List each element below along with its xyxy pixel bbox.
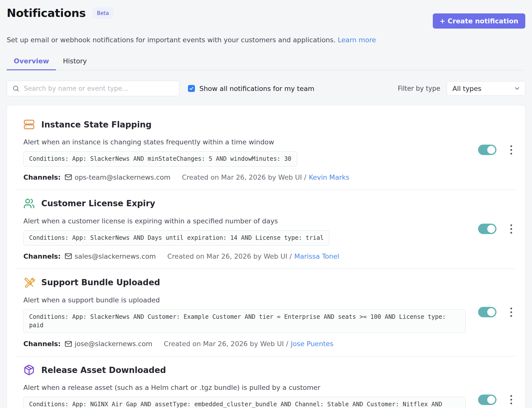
beta-badge: Beta <box>93 7 113 19</box>
notification-description: Alert when a release asset (such as a He… <box>23 384 466 391</box>
chevron-down-icon <box>514 85 521 92</box>
mail-icon <box>65 252 72 260</box>
row-main: Release Asset Downloaded Alert when a re… <box>23 364 466 408</box>
page-title: Notifications <box>7 6 86 20</box>
channels-line: Channels: ops-team@slackernews.com Creat… <box>23 173 466 181</box>
package-icon <box>23 364 35 376</box>
row-controls <box>478 144 515 156</box>
search-icon <box>12 85 20 92</box>
row-main: Instance State Flapping Alert when an in… <box>23 119 466 181</box>
conditions-chip: Conditions: App: SlackerNews AND minStat… <box>23 151 297 166</box>
conditions-chip: Conditions: App: NGINX Air Gap AND asset… <box>23 397 466 408</box>
channels-label: Channels: <box>23 252 61 260</box>
notifications-list: Instance State Flapping Alert when an in… <box>7 105 525 408</box>
row-title-line: Instance State Flapping <box>23 119 466 130</box>
row-controls <box>478 306 515 318</box>
created-by-link[interactable]: Kevin Marks <box>309 173 349 181</box>
checkmark-icon <box>189 86 194 91</box>
tab-history[interactable]: History <box>56 53 94 70</box>
description-text: Set up email or webhook notifications fo… <box>7 36 336 44</box>
tab-bar: Overview History <box>7 53 525 70</box>
channels-label: Channels: <box>23 340 61 348</box>
row-main: Customer License Expiry Alert when a cus… <box>23 198 466 260</box>
row-controls <box>478 223 515 235</box>
users-icon <box>23 198 35 209</box>
notification-row-release-asset-downloaded: Release Asset Downloaded Alert when a re… <box>16 356 516 408</box>
enable-toggle[interactable] <box>478 307 496 317</box>
kebab-menu-icon[interactable] <box>508 223 515 235</box>
page-description: Set up email or webhook notifications fo… <box>7 36 525 44</box>
learn-more-link[interactable]: Learn more <box>338 36 376 44</box>
created-by-link[interactable]: Marissa Tonel <box>294 252 339 260</box>
channels-label: Channels: <box>23 173 61 181</box>
title-group: Notifications Beta <box>7 6 113 20</box>
channel-email: jose@slackernews.com <box>75 340 152 348</box>
created-text: Created on Mar 26, 2026 by Web UI / <box>164 340 288 348</box>
kebab-menu-icon[interactable] <box>508 394 515 406</box>
filter-group: Filter by type All types <box>398 81 525 96</box>
toggle-knob <box>487 146 495 154</box>
enable-toggle[interactable] <box>478 395 496 405</box>
conditions-chip: Conditions: App: SlackerNews AND Days un… <box>23 230 329 245</box>
page-header: Notifications Beta + Create notification <box>7 6 525 29</box>
created-by-link[interactable]: Jose Puentes <box>291 340 333 348</box>
row-title-line: Customer License Expiry <box>23 198 466 209</box>
toggle-knob <box>487 225 495 233</box>
notification-title: Release Asset Downloaded <box>41 365 166 375</box>
row-title-line: Release Asset Downloaded <box>23 364 466 376</box>
notification-title: Customer License Expiry <box>41 199 155 208</box>
notification-description: Alert when a support bundle is uploaded <box>23 296 466 304</box>
notification-row-instance-state-flapping: Instance State Flapping Alert when an in… <box>16 111 516 190</box>
toggle-knob <box>487 308 495 316</box>
controls-row: Show all notifications for my team Filte… <box>7 81 525 96</box>
team-filter-label[interactable]: Show all notifications for my team <box>199 85 314 92</box>
kebab-menu-icon[interactable] <box>508 306 515 318</box>
row-main: Support Bundle Uploaded Alert when a sup… <box>23 277 466 348</box>
enable-toggle[interactable] <box>478 224 496 234</box>
created-text: Created on Mar 26, 2026 by Web UI / <box>167 252 292 260</box>
channel-email: sales@slackernews.com <box>75 252 156 260</box>
notification-title: Instance State Flapping <box>41 120 152 129</box>
search-box <box>7 81 179 96</box>
notification-description: Alert when an instance is changing state… <box>23 138 466 146</box>
notifications-page: Notifications Beta + Create notification… <box>0 0 532 408</box>
created-text: Created on Mar 26, 2026 by Web UI / <box>182 173 307 181</box>
create-notification-button[interactable]: + Create notification <box>433 13 525 29</box>
server-icon <box>23 119 35 130</box>
search-input[interactable] <box>7 81 179 96</box>
tab-overview[interactable]: Overview <box>7 53 56 70</box>
team-filter-checkbox[interactable] <box>188 85 195 92</box>
conditions-chip: Conditions: App: SlackerNews AND Custome… <box>23 309 466 333</box>
row-controls <box>478 394 515 406</box>
channels-line: Channels: sales@slackernews.com Created … <box>23 252 466 260</box>
team-filter-checkbox-group: Show all notifications for my team <box>188 85 314 92</box>
mail-icon <box>65 173 72 181</box>
filter-by-type-label: Filter by type <box>398 85 440 92</box>
row-title-line: Support Bundle Uploaded <box>23 277 466 288</box>
channel-email: ops-team@slackernews.com <box>75 173 171 181</box>
enable-toggle[interactable] <box>478 145 496 155</box>
tools-icon <box>23 277 35 288</box>
notification-row-support-bundle-uploaded: Support Bundle Uploaded Alert when a sup… <box>16 269 516 356</box>
notification-description: Alert when a customer license is expirin… <box>23 217 466 225</box>
channels-line: Channels: jose@slackernews.com Created o… <box>23 340 466 348</box>
kebab-menu-icon[interactable] <box>508 144 515 156</box>
notification-title: Support Bundle Uploaded <box>41 278 160 287</box>
filter-type-value: All types <box>452 85 481 92</box>
toggle-knob <box>487 396 495 404</box>
filter-type-select[interactable]: All types <box>447 81 525 96</box>
notification-row-customer-license-expiry: Customer License Expiry Alert when a cus… <box>16 190 516 269</box>
mail-icon <box>65 340 72 348</box>
